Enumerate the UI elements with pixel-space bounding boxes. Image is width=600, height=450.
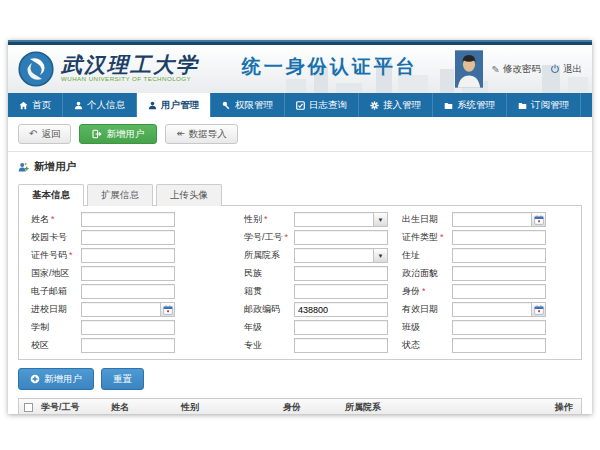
- field-input-15[interactable]: [81, 302, 160, 317]
- required-asterisk: *: [51, 214, 55, 224]
- app-window: 武汉理工大学 WUHAN UNIVERSITY OF TECHNOLOGY 统一…: [8, 40, 592, 414]
- input-wrap: [452, 338, 546, 353]
- nav-item-5[interactable]: 接入管理: [359, 93, 433, 117]
- nav-item-label: 系统管理: [457, 99, 495, 112]
- input-wrap: [81, 212, 175, 227]
- field-input-7[interactable]: [294, 248, 373, 263]
- table-header-checkbox-cell: [19, 403, 37, 412]
- circle-plus-icon: [30, 374, 40, 384]
- field-input-17[interactable]: [452, 302, 531, 317]
- date-picker-button[interactable]: [160, 302, 175, 317]
- field-input-19[interactable]: [294, 320, 388, 335]
- nav-item-3[interactable]: 权限管理: [211, 93, 285, 117]
- form-field-23: 状态: [394, 338, 577, 353]
- new-user-label: 新增用户: [106, 128, 144, 140]
- form-field-label: 校区: [23, 339, 81, 352]
- tab-0[interactable]: 基本信息: [18, 184, 84, 206]
- field-input-2[interactable]: [452, 212, 531, 227]
- input-wrap: [81, 320, 175, 335]
- form-field-label: 年级: [236, 321, 294, 334]
- page-title: 统一身份认证平台: [242, 54, 418, 80]
- table-column-header-5: 操作: [551, 401, 577, 414]
- field-input-8[interactable]: [452, 248, 546, 263]
- field-input-11[interactable]: [452, 266, 546, 281]
- toolbar: ↶ 返回 新增用户 ↞ 数据导入: [8, 117, 592, 152]
- field-input-3[interactable]: [81, 230, 175, 245]
- required-asterisk: *: [440, 232, 444, 242]
- data-import-button[interactable]: ↞ 数据导入: [165, 124, 237, 144]
- tab-2[interactable]: 上传头像: [156, 184, 222, 206]
- nav-item-label: 接入管理: [383, 99, 421, 112]
- form-field-label: 住址: [394, 249, 452, 262]
- calendar-icon: [534, 305, 544, 315]
- input-wrap: ▼: [294, 212, 388, 227]
- users-table: 学号/工号姓名性别身份所属院系操作: [18, 398, 582, 414]
- nav-item-label: 权限管理: [235, 99, 273, 112]
- field-input-12[interactable]: [81, 284, 175, 299]
- nav-item-1[interactable]: 个人信息: [63, 93, 137, 117]
- change-password-link[interactable]: ✎ 修改密码: [492, 63, 541, 76]
- field-input-21[interactable]: [81, 338, 175, 353]
- form-tabs: 基本信息扩展信息上传头像: [8, 178, 592, 205]
- reset-button[interactable]: 重置: [101, 368, 144, 390]
- select-all-checkbox[interactable]: [24, 403, 33, 412]
- form-field-label: 国家/地区: [23, 267, 81, 280]
- field-input-9[interactable]: [81, 266, 175, 281]
- add-user-submit-button[interactable]: 新增用户: [18, 368, 94, 390]
- nav-item-label: 日志查询: [309, 99, 347, 112]
- dropdown-button[interactable]: ▼: [373, 212, 388, 227]
- nav-item-4[interactable]: 日志查询: [285, 93, 359, 117]
- nav-item-6[interactable]: 系统管理: [433, 93, 507, 117]
- input-wrap: [294, 284, 388, 299]
- folder-icon: [444, 101, 453, 110]
- field-input-16[interactable]: [294, 302, 388, 317]
- form-field-label: 证件类型*: [394, 231, 452, 244]
- tab-1[interactable]: 扩展信息: [87, 184, 153, 206]
- input-wrap: [452, 284, 546, 299]
- form-field-7: 所属院系▼: [236, 248, 394, 263]
- panel-header: 新增用户: [8, 152, 592, 178]
- form-field-label: 专业: [236, 339, 294, 352]
- nav-item-7[interactable]: 订阅管理: [507, 93, 581, 117]
- field-input-18[interactable]: [81, 320, 175, 335]
- nav-item-2[interactable]: 用户管理: [137, 93, 211, 117]
- form-field-label: 学号/工号*: [236, 231, 294, 244]
- field-input-4[interactable]: [294, 230, 388, 245]
- new-user-toolbar-button[interactable]: 新增用户: [79, 124, 157, 144]
- field-input-14[interactable]: [452, 284, 546, 299]
- field-input-13[interactable]: [294, 284, 388, 299]
- date-picker-button[interactable]: [531, 212, 546, 227]
- field-input-6[interactable]: [81, 248, 175, 263]
- field-input-23[interactable]: [452, 338, 546, 353]
- add-user-submit-label: 新增用户: [44, 373, 82, 385]
- field-input-10[interactable]: [294, 266, 388, 281]
- field-input-0[interactable]: [81, 212, 175, 227]
- form-field-2: 出生日期: [394, 212, 577, 227]
- input-wrap: [294, 338, 388, 353]
- input-wrap: [81, 248, 175, 263]
- input-wrap: [452, 230, 546, 245]
- field-input-22[interactable]: [294, 338, 388, 353]
- users-table-header: 学号/工号姓名性别身份所属院系操作: [19, 399, 581, 414]
- table-column-header-2: 性别: [177, 401, 279, 414]
- nav-item-label: 订阅管理: [531, 99, 569, 112]
- form-field-14: 身份*: [394, 284, 577, 299]
- basic-info-form: 姓名*性别*▼出生日期校园卡号学号/工号*证件类型*证件号码*所属院系▼住址国家…: [23, 212, 577, 353]
- form-field-label: 学制: [23, 321, 81, 334]
- brand-text: 武汉理工大学 WUHAN UNIVERSITY OF TECHNOLOGY: [61, 54, 228, 85]
- form-field-label: 有效日期: [394, 303, 452, 316]
- logout-link[interactable]: 退出: [550, 63, 582, 76]
- input-wrap: [452, 248, 546, 263]
- field-input-20[interactable]: [452, 320, 546, 335]
- form-field-label: 民族: [236, 267, 294, 280]
- form-field-label: 校园卡号: [23, 231, 81, 244]
- form-field-4: 学号/工号*: [236, 230, 394, 245]
- date-picker-button[interactable]: [531, 302, 546, 317]
- power-icon: [550, 64, 560, 74]
- back-button[interactable]: ↶ 返回: [18, 124, 71, 144]
- field-input-1[interactable]: [294, 212, 373, 227]
- nav-item-0[interactable]: 首页: [8, 93, 63, 117]
- dropdown-button[interactable]: ▼: [373, 248, 388, 263]
- form-field-1: 性别*▼: [236, 212, 394, 227]
- field-input-5[interactable]: [452, 230, 546, 245]
